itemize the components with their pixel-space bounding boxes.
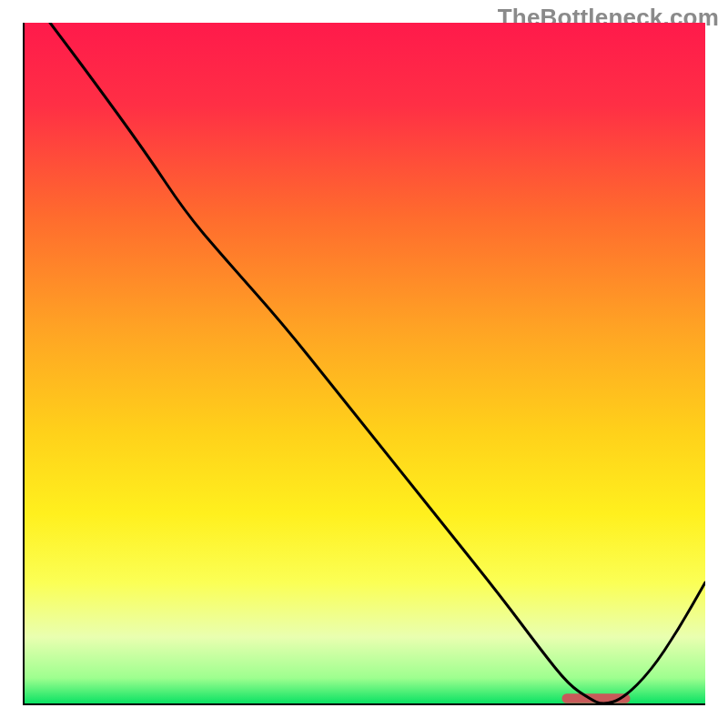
axes-frame: [23, 23, 705, 705]
chart-root: TheBottleneck.com: [0, 0, 728, 728]
